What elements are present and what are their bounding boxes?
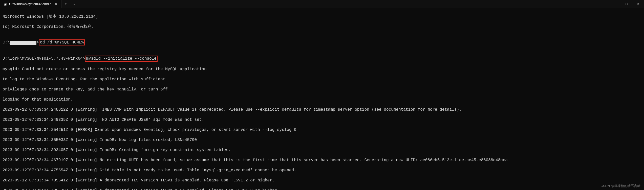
output-line: Microsoft Windows [版本 10.0.22621.2134]	[3, 14, 641, 19]
cmd-icon: ▣	[3, 2, 7, 6]
output-line: 2023-09-12T07:33:34.249335Z 0 [Warning] …	[3, 117, 641, 122]
redacted-path: XXXXXXXXXXX	[10, 41, 37, 45]
window-maximize-button[interactable]: ▢	[621, 0, 632, 8]
output-line: 2023-09-12T07:33:34.254251Z 0 [ERROR] Ca…	[3, 127, 641, 132]
output-line: 2023-09-12T07:33:34.735570Z 0 [Warning] …	[3, 188, 641, 190]
output-line: 2023-09-12T07:33:34.735541Z 0 [Warning] …	[3, 178, 641, 183]
new-tab-button[interactable]: ＋	[61, 0, 70, 8]
output-line: (c) Microsoft Corporation。保留所有权利。	[3, 24, 641, 29]
output-line: privileges once to create the key, add t…	[3, 87, 641, 92]
output-line: to log to the Windows EventLog. Run the …	[3, 77, 641, 82]
output-line: 2023-09-12T07:33:34.393405Z 0 [Warning] …	[3, 148, 641, 153]
tab-dropdown-button[interactable]: ⌄	[70, 0, 79, 8]
prompt-line: C:\XXXXXXXXXXX>cd /d %MYSQL_HOME%	[3, 39, 641, 45]
csdn-watermark: CSDN @棒棒糖的糖不含糖	[600, 184, 640, 188]
prompt-path: D:\work\MySQL\mysql-5.7.43-winx64>	[3, 56, 85, 61]
window-close-button[interactable]: ✕	[632, 0, 644, 8]
window-minimize-button[interactable]: —	[609, 0, 621, 8]
prompt-suffix: >	[36, 40, 39, 45]
highlight-command-2: mysqld --initialize --console	[85, 56, 157, 62]
tab-close-button[interactable]: ✕	[54, 2, 58, 6]
output-line: logging for that application.	[3, 97, 641, 102]
window-controls: — ▢ ✕	[609, 0, 644, 8]
output-line: 2023-09-12T07:33:34.248812Z 0 [Warning] …	[3, 107, 641, 112]
output-line: 2023-09-12T07:33:34.475554Z 0 [Warning] …	[3, 168, 641, 173]
highlight-command-1: cd /d %MYSQL_HOME%	[39, 39, 85, 45]
prompt-line: D:\work\MySQL\mysql-5.7.43-winx64>mysqld…	[3, 56, 641, 62]
prompt-prefix: C:\	[3, 40, 10, 45]
terminal-tab[interactable]: ▣ C:\Windows\system32\cmd.e ✕	[0, 0, 61, 8]
window-titlebar: ▣ C:\Windows\system32\cmd.e ✕ ＋ ⌄ — ▢ ✕	[0, 0, 644, 8]
output-line: mysqld: Could not create or access the r…	[3, 67, 641, 72]
tab-title: C:\Windows\system32\cmd.e	[9, 2, 52, 6]
output-line: 2023-09-12T07:33:34.467919Z 0 [Warning] …	[3, 158, 641, 163]
terminal-output[interactable]: Microsoft Windows [版本 10.0.22621.2134] (…	[0, 8, 644, 190]
output-line: 2023-09-12T07:33:34.355033Z 0 [Warning] …	[3, 137, 641, 142]
